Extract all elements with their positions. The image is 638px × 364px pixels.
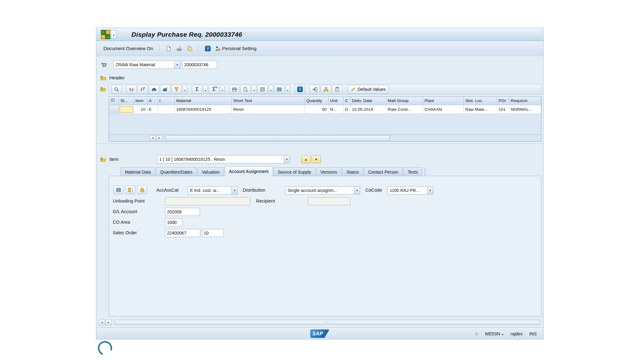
goto-button[interactable]: [310, 85, 320, 94]
cocode-select[interactable]: 1100 RAJ PR... ▼: [388, 186, 433, 194]
item-detail-collapse-button[interactable]: [99, 156, 107, 163]
subtotal-button[interactable]: Σ%: [209, 85, 219, 94]
personal-setting-button[interactable]: Personal Setting: [214, 44, 258, 53]
print-button[interactable]: [229, 85, 240, 94]
cell-short-text[interactable]: Resin: [231, 105, 305, 114]
column-header-unit[interactable]: Unit: [328, 97, 343, 105]
scroll-left-button[interactable]: ◄: [99, 320, 105, 325]
document-number-field[interactable]: [182, 61, 217, 69]
previous-item-button[interactable]: ▲: [301, 155, 311, 163]
header-expand-button[interactable]: [99, 74, 107, 82]
cell-unit[interactable]: N...: [328, 105, 343, 114]
export-button[interactable]: [240, 85, 251, 94]
display-change-button[interactable]: [174, 44, 184, 53]
column-header-a[interactable]: A: [147, 97, 158, 105]
scrollbar-track[interactable]: :::: [114, 320, 540, 325]
acc-table-view-button[interactable]: [113, 186, 123, 194]
column-header-material[interactable]: Material: [174, 97, 231, 105]
acc-toggle-button[interactable]: [125, 186, 135, 194]
messages-button[interactable]: i: [203, 44, 212, 53]
column-header-plant[interactable]: Plant: [423, 97, 464, 105]
other-document-button[interactable]: [185, 44, 194, 53]
hierarchy-button[interactable]: [321, 85, 331, 94]
column-header-i[interactable]: I: [158, 97, 174, 105]
item-select[interactable]: 1 [ 10 ] 160878400019125 , Resin ▼: [157, 155, 290, 163]
tab-valuation[interactable]: Valuation: [198, 167, 224, 176]
column-header-status[interactable]: St...: [119, 97, 134, 105]
column-header-short-text[interactable]: Short Text: [231, 97, 305, 105]
document-overview-button[interactable]: Document Overview On: [101, 44, 155, 52]
recipient-field[interactable]: [308, 197, 350, 205]
scrollbar-grip[interactable]: :::: [326, 321, 329, 324]
tab-contact-person[interactable]: Contact Person: [364, 167, 403, 176]
cell-matl-group[interactable]: Rate Contr...: [386, 105, 423, 114]
dropdown-arrow-icon[interactable]: ▼: [231, 187, 237, 194]
transaction-menu-button[interactable]: [100, 30, 111, 39]
find-button[interactable]: [149, 85, 159, 94]
cell-item[interactable]: 10: [134, 105, 147, 114]
gl-account-field[interactable]: [165, 208, 200, 216]
spreadsheet-button[interactable]: [257, 85, 268, 94]
transaction-menu-caret-button[interactable]: ▾: [111, 30, 117, 39]
column-header-requisnr[interactable]: Requisnr.: [509, 97, 541, 105]
insert-mode-indicator[interactable]: INS: [529, 331, 537, 336]
layout-button[interactable]: [274, 85, 284, 94]
layout-menu-button[interactable]: ▾: [285, 85, 290, 94]
scroll-right-button[interactable]: ►: [156, 135, 163, 141]
find-next-button[interactable]: [160, 85, 170, 94]
co-area-field[interactable]: [165, 218, 183, 226]
cell-deliv-date[interactable]: 15.09.2014: [350, 105, 386, 114]
status-expand-icon[interactable]: ▷: [476, 332, 478, 336]
cell-plant[interactable]: CHAKAN: [423, 105, 464, 114]
create-document-button[interactable]: [164, 44, 173, 53]
grid-info-button[interactable]: i: [295, 85, 305, 94]
sum-button[interactable]: Σ: [192, 85, 202, 94]
sales-order-item-field[interactable]: [202, 229, 224, 237]
spreadsheet-menu-button[interactable]: ▾: [269, 85, 273, 94]
tab-material-data[interactable]: Material Data: [121, 167, 155, 176]
next-item-button[interactable]: ▼: [312, 155, 321, 163]
dropdown-arrow-icon[interactable]: ▼: [284, 156, 290, 163]
tab-status[interactable]: Status: [342, 167, 363, 176]
sum-menu-button[interactable]: ▾: [203, 85, 208, 94]
cell-pgr[interactable]: 101: [497, 105, 509, 114]
dropdown-arrow-icon[interactable]: ▼: [174, 61, 180, 68]
sales-order-field[interactable]: [165, 229, 200, 237]
cell-c[interactable]: D: [343, 105, 350, 114]
transaction-code[interactable]: ME53N▼: [485, 331, 504, 336]
filter-menu-button[interactable]: ▾: [183, 85, 187, 94]
column-header-pgr[interactable]: PGr: [497, 97, 509, 105]
main-horizontal-scrollbar[interactable]: ◄ ► :::: [96, 319, 543, 325]
grid-horizontal-scrollbar[interactable]: ◄ ► :::: [109, 134, 541, 141]
cell-material[interactable]: 160878400019125: [174, 105, 231, 114]
default-values-button[interactable]: Default Values: [348, 85, 389, 94]
cell-i[interactable]: [158, 105, 174, 114]
filter-button[interactable]: [171, 85, 182, 94]
cell-quantity[interactable]: 50: [305, 105, 328, 114]
cell-stor-loc[interactable]: Raw Mate...: [464, 105, 497, 114]
column-header-matl-group[interactable]: Matl Group: [386, 97, 423, 105]
column-header-quantity[interactable]: Quantity: [305, 97, 328, 105]
acc-lock-button[interactable]: [137, 186, 147, 194]
item-overview-collapse-button[interactable]: [99, 85, 107, 93]
row-selector-cell[interactable]: [109, 105, 119, 114]
clipboard-button[interactable]: [332, 85, 342, 94]
column-header-item[interactable]: Item: [134, 97, 147, 105]
column-header-deliv-date[interactable]: Deliv. Date: [350, 97, 386, 105]
dropdown-arrow-icon[interactable]: ▼: [354, 187, 360, 194]
export-menu-button[interactable]: ▾: [252, 85, 256, 94]
tab-account-assignment[interactable]: Account Assignment: [225, 166, 273, 176]
tab-versions[interactable]: Versions: [316, 167, 342, 176]
column-select-all[interactable]: [109, 97, 119, 105]
scrollbar-grip[interactable]: :::: [276, 136, 279, 139]
details-button[interactable]: [112, 85, 122, 94]
cell-a[interactable]: E: [147, 105, 158, 114]
dropdown-arrow-icon[interactable]: ▼: [427, 187, 433, 194]
scroll-right-button[interactable]: ►: [105, 320, 112, 325]
cell-requisnr[interactable]: NORMAL...: [509, 105, 541, 114]
scrollbar-track[interactable]: :::: [165, 135, 390, 141]
tab-source-of-supply[interactable]: Source of Supply: [274, 167, 316, 176]
accasscat-select[interactable]: E Ind. cust. w... ▼: [188, 186, 238, 194]
status-cell[interactable]: [119, 105, 134, 114]
column-header-stor-loc[interactable]: Stor. Loc.: [464, 97, 497, 105]
